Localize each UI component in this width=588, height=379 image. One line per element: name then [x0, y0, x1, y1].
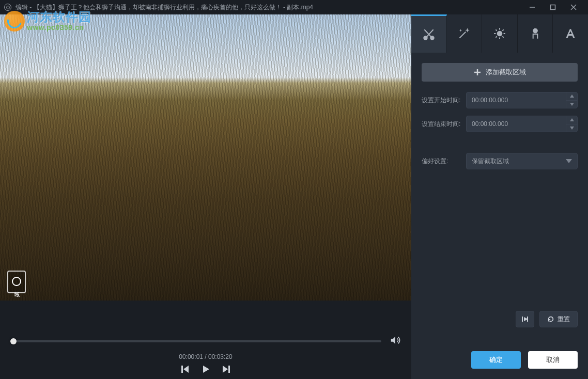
svg-line-13: [460, 32, 466, 38]
window-title: 编辑 - 【大猫】狮子王？他会和狮子沟通，却被南非捕狮行业利用，痛心疾首的他，只…: [16, 3, 522, 12]
tab-effects[interactable]: [447, 14, 483, 53]
start-time-input[interactable]: 00:00:00.000: [466, 92, 578, 108]
add-region-button[interactable]: 添加截取区域: [422, 63, 578, 82]
play-button[interactable]: [201, 365, 210, 376]
preference-label: 偏好设置:: [422, 157, 461, 166]
start-time-up[interactable]: [566, 92, 577, 101]
video-area: 区域 00:00:01 / 00:03:20: [0, 14, 411, 379]
watermark: 河东软件园 www.pc0359.cn: [4, 10, 91, 32]
side-panel: 添加截取区域 设置开始时间: 00:00:00.000 设置结束时间: 00:0…: [411, 14, 588, 379]
minimize-button[interactable]: [522, 0, 543, 14]
svg-line-20: [502, 36, 503, 37]
player-controls: 00:00:01 / 00:03:20: [0, 301, 411, 379]
svg-marker-8: [223, 366, 228, 373]
svg-line-22: [502, 29, 503, 30]
preference-select[interactable]: 保留截取区域: [466, 153, 578, 169]
svg-line-21: [496, 36, 497, 37]
start-time-down[interactable]: [566, 101, 577, 108]
end-time-input[interactable]: 00:00:00.000: [466, 116, 578, 132]
svg-marker-29: [570, 127, 574, 130]
watermark-logo-icon: [4, 11, 25, 31]
start-time-value: 00:00:00.000: [472, 97, 508, 104]
tab-cut[interactable]: [411, 14, 447, 53]
preference-value: 保留截取区域: [472, 157, 509, 166]
end-time-down[interactable]: [566, 124, 577, 132]
seek-thumb[interactable]: [10, 338, 17, 344]
svg-marker-6: [203, 366, 209, 373]
chevron-down-icon: [566, 157, 572, 165]
reset-label: 重置: [558, 315, 570, 324]
svg-rect-7: [228, 366, 230, 373]
svg-rect-31: [522, 317, 523, 322]
svg-line-19: [496, 29, 497, 30]
reset-button[interactable]: 重置: [539, 311, 578, 327]
add-region-label: 添加截取区域: [486, 68, 526, 77]
end-time-up[interactable]: [566, 116, 577, 124]
svg-point-23: [533, 28, 537, 33]
svg-marker-27: [570, 103, 574, 106]
end-time-value: 00:00:00.000: [472, 120, 508, 128]
app-icon: [4, 4, 11, 11]
watermark-text-url: www.pc0359.cn: [27, 24, 91, 31]
svg-rect-4: [181, 366, 183, 373]
maximize-button[interactable]: [543, 0, 563, 14]
svg-marker-26: [570, 94, 574, 98]
svg-point-14: [498, 31, 502, 36]
tab-text[interactable]: [553, 14, 588, 53]
cancel-button[interactable]: 取消: [528, 351, 578, 369]
play-range-button[interactable]: [516, 311, 534, 327]
close-button[interactable]: [563, 0, 584, 14]
svg-rect-1: [551, 5, 555, 10]
watermark-text-cn: 河东软件园: [27, 10, 91, 24]
tab-watermark[interactable]: [518, 14, 553, 53]
volume-icon[interactable]: [390, 335, 401, 348]
total-time: 00:03:20: [208, 353, 233, 360]
region-overlay-button[interactable]: 区域: [7, 271, 26, 293]
window-controls: [522, 0, 584, 14]
time-display: 00:00:01 / 00:03:20: [10, 353, 401, 360]
current-time: 00:00:01: [179, 353, 203, 360]
svg-rect-33: [527, 317, 528, 322]
tab-adjust[interactable]: [482, 14, 518, 53]
seek-slider[interactable]: [10, 340, 381, 342]
start-time-label: 设置开始时间:: [422, 96, 461, 105]
video-preview[interactable]: 区域: [0, 14, 411, 301]
svg-marker-30: [566, 159, 572, 163]
ok-button[interactable]: 确定: [471, 351, 521, 369]
svg-marker-28: [570, 118, 574, 121]
svg-marker-5: [183, 366, 189, 373]
end-time-label: 设置结束时间:: [422, 120, 461, 129]
prev-frame-button[interactable]: [180, 365, 190, 376]
next-frame-button[interactable]: [222, 365, 231, 376]
tool-tabs: [411, 14, 588, 53]
